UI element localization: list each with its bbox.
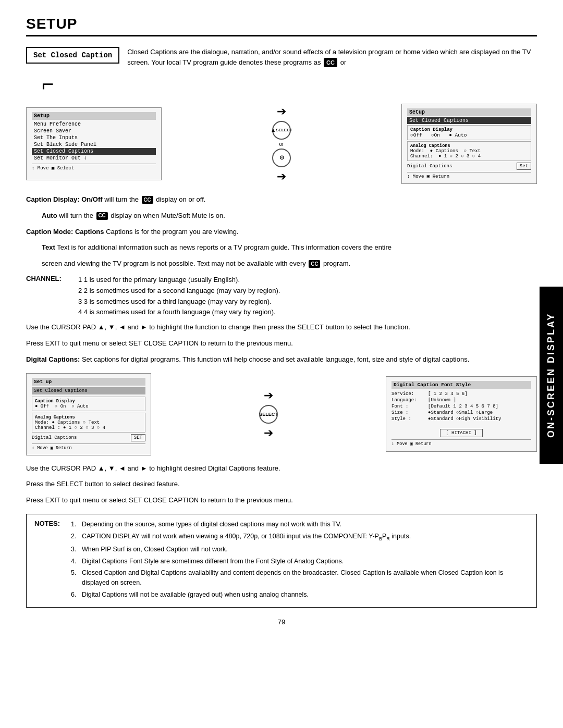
digital-captions-bold: Digital Captions: bbox=[26, 355, 80, 363]
channel-list: 1 1 is used for the primary language (us… bbox=[78, 275, 537, 318]
menu1-item-2: Screen Saver bbox=[32, 128, 156, 134]
note-6: 6. Digital Captions will not be availabl… bbox=[71, 590, 529, 600]
caption-display-text2: display on or off. bbox=[156, 195, 205, 203]
right-arrow-4: ➔ bbox=[264, 426, 273, 440]
cc-icon-main: CC bbox=[324, 58, 337, 67]
page-number: 79 bbox=[26, 618, 537, 626]
notes-list: 1. Depending on the source, some types o… bbox=[71, 520, 529, 602]
notes-label: NOTES: bbox=[34, 520, 66, 527]
hitachi-btn[interactable]: [ HITACHI ] bbox=[440, 429, 482, 437]
channel-4: 4 4 is sometimes used for a fourth langu… bbox=[78, 307, 537, 318]
right-arrow-3: ➔ bbox=[264, 389, 273, 402]
select-btn-2[interactable]: SELECT bbox=[259, 405, 278, 424]
tv-icon: ⌐ bbox=[42, 72, 54, 96]
menu4-size: Size : ●Standard ○Small ○Large bbox=[391, 410, 531, 415]
select-btn-top[interactable]: ▲SELECT bbox=[272, 121, 291, 140]
section-header-row: Set Closed Caption Closed Captions are t… bbox=[26, 47, 537, 67]
auto-para: Auto will turn the CC display on when Mu… bbox=[42, 211, 537, 221]
text-label: Text bbox=[42, 243, 55, 251]
caption-mode-label: Caption Mode: bbox=[26, 228, 73, 236]
notes-row: NOTES: 1. Depending on the source, some … bbox=[34, 520, 529, 602]
menu2-title: Setup bbox=[407, 108, 531, 116]
arrow-section-1: ➔ ▲SELECT or ⊙ ➔ bbox=[272, 105, 291, 183]
right-arrow-2: ➔ bbox=[277, 170, 286, 183]
auto-text: will turn the bbox=[59, 212, 95, 219]
note-1: 1. Depending on the source, some types o… bbox=[71, 520, 529, 529]
cursor-digital-1: Use the CURSOR PAD ▲, ▼, ◄ and ► to high… bbox=[26, 463, 537, 474]
text-line1: Text is for additional information such … bbox=[57, 243, 391, 251]
cursor-text-1: Use the CURSOR PAD ▲, ▼, ◄ and ► to high… bbox=[26, 322, 537, 333]
digital-captions-para: Digital Captions: Set captions for digit… bbox=[26, 354, 537, 365]
menu4-title: Digital Caption Font Style bbox=[391, 381, 531, 389]
channel-1: 1 1 is used for the primary language (us… bbox=[78, 275, 537, 286]
menu-diagram-2: Setup Set Closed Captions Caption Displa… bbox=[401, 104, 537, 184]
select-btn-circle[interactable]: ⊙ bbox=[272, 149, 291, 167]
section-desc: Closed Captions are the dialogue, narrat… bbox=[127, 47, 537, 67]
note-2: 2. CAPTION DISPLAY will not work when vi… bbox=[71, 532, 529, 542]
menu1-item-6: Set Monitor Out ↕ bbox=[32, 155, 156, 162]
side-label: ON-SCREEN DISPLAY bbox=[540, 287, 563, 464]
caption-display-label: Caption Display: On/Off bbox=[26, 195, 103, 203]
menu4-service: Service: [ 1 2 3 4 5 6] bbox=[391, 391, 531, 397]
note-4: 4. Digital Captions Font Style are somet… bbox=[71, 557, 529, 566]
menu3-set-btn[interactable]: SET bbox=[131, 434, 145, 441]
tv-symbol-area: ⌐ bbox=[42, 72, 537, 96]
menu2-set-btn[interactable]: Set bbox=[517, 163, 531, 170]
caption-mode-para: Caption Mode: Captions Captions is for t… bbox=[26, 227, 537, 238]
menu2-digital-label: Digital Captions bbox=[407, 164, 452, 169]
text-line2b: program. bbox=[323, 260, 350, 267]
digital-diagrams-row: Set up Set Closed Captions Caption Displ… bbox=[26, 373, 537, 455]
menu3-digital-row: Digital Captions SET bbox=[32, 434, 145, 441]
auto-text2: display on when Mute/Soft Mute is on. bbox=[111, 212, 225, 219]
channel-label: CHANNEL: bbox=[26, 275, 73, 282]
channel-2: 2 2 is sometimes used for a second langu… bbox=[78, 286, 537, 297]
cursor-text-2: Press EXIT to quit menu or select SET CL… bbox=[26, 338, 537, 349]
right-arrow-1: ➔ bbox=[277, 105, 286, 118]
menu4-footer: ↕ Move ▣ Return bbox=[391, 439, 531, 447]
menu-diagram-3: Set up Set Closed Captions Caption Displ… bbox=[26, 373, 151, 455]
note-5: 5. Closed Caption and Digital Captions a… bbox=[71, 568, 529, 588]
cursor-digital-3: Press EXIT to quit menu or select SET CL… bbox=[26, 495, 537, 506]
caption-mode-text: Captions is for the program you are view… bbox=[106, 228, 238, 236]
menu1-item-5-selected: Set Closed Captions bbox=[32, 148, 156, 155]
arrow-section-2: ➔ SELECT ➔ bbox=[259, 389, 278, 440]
menu1-title: Setup bbox=[32, 112, 156, 120]
cc-icon-4: CC bbox=[309, 260, 320, 268]
menu3-footer: ↕ Move ▣ Return bbox=[32, 443, 145, 451]
auto-label: Auto bbox=[42, 212, 57, 219]
menu3-subtitle: Set Closed Captions bbox=[32, 387, 145, 394]
note-3: 3. When PIP Surf is on, Closed Caption w… bbox=[71, 545, 529, 554]
menu3-title: Set up bbox=[32, 378, 145, 386]
menu3-caption-section: Caption Display ● Off ○ On ○ Auto bbox=[32, 397, 145, 411]
caption-display-para: Caption Display: On/Off will turn the CC… bbox=[26, 194, 537, 205]
channel-section: CHANNEL: 1 1 is used for the primary lan… bbox=[26, 275, 537, 318]
menu4-language: Language: [Unknown ] bbox=[391, 398, 531, 403]
digital-captions-text: Set captions for digital programs. This … bbox=[82, 355, 469, 363]
menu1-item-1: Menu Preference bbox=[32, 121, 156, 128]
menu4-font: Font : [Default 1 2 3 4 5 6 7 8] bbox=[391, 404, 531, 409]
section-label-box: Set Closed Caption bbox=[26, 47, 119, 64]
menu2-channel: Channel: ● 1 ○ 2 ○ 3 ○ 4 bbox=[410, 154, 528, 159]
cc-icon-3: CC bbox=[96, 212, 108, 220]
menu4-style: Style : ●Standard ○High Visibility bbox=[391, 416, 531, 422]
text-para: Text Text is for additional information … bbox=[42, 242, 537, 253]
diagrams-row-1: Setup Menu Preference Screen Saver Set T… bbox=[26, 104, 537, 184]
menu2-caption-display-label: Caption Display bbox=[410, 127, 528, 132]
menu-diagram-1: Setup Menu Preference Screen Saver Set T… bbox=[26, 107, 162, 180]
text-para2: screen and viewing the TV program is not… bbox=[42, 258, 537, 269]
menu2-subtitle: Set Closed Captions bbox=[407, 117, 531, 124]
captions-word: Captions bbox=[75, 228, 104, 236]
desc-text1b: or bbox=[340, 58, 347, 66]
notes-section: NOTES: 1. Depending on the source, some … bbox=[26, 514, 537, 608]
caption-display-text: will turn the bbox=[104, 195, 140, 203]
or-text: or bbox=[279, 141, 284, 147]
menu2-mode: Mode: ● Captions ○ Text bbox=[410, 149, 528, 154]
menu2-footer: ↕ Move ▣ Return bbox=[407, 172, 531, 179]
menu1-item-3: Set The Inputs bbox=[32, 134, 156, 141]
page-title: SETUP bbox=[26, 16, 537, 36]
menu3-analog-section: Analog Captions Mode: ● Captions ○ Text … bbox=[32, 413, 145, 433]
menu2-caption-opts: ○Off ○On ● Auto bbox=[410, 132, 528, 138]
menu1-item-4: Set Black Side Panel bbox=[32, 141, 156, 148]
page-container: ON-SCREEN DISPLAY SETUP Set Closed Capti… bbox=[0, 0, 563, 728]
text-line2: screen and viewing the TV program is not… bbox=[42, 260, 306, 267]
